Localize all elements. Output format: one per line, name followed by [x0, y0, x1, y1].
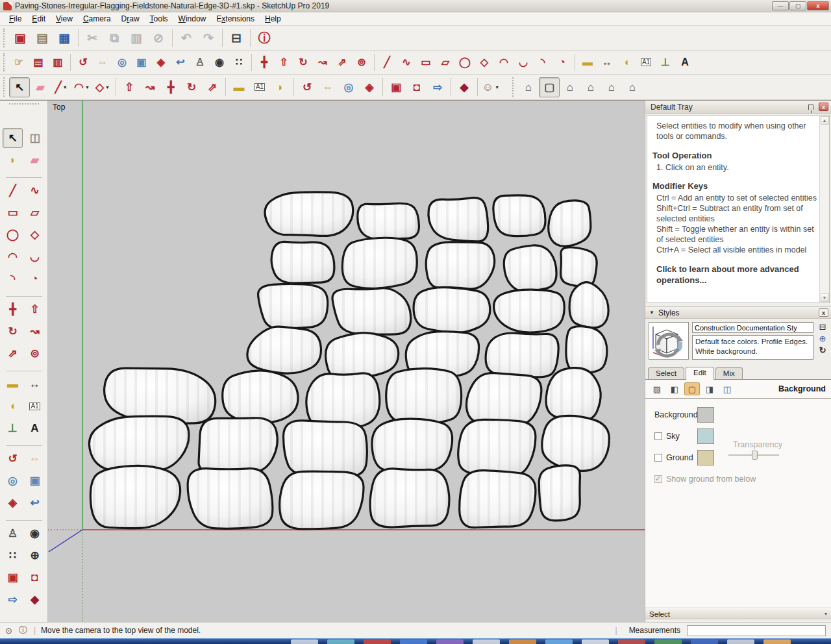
- zoom-previous-button[interactable]: ↩: [171, 53, 190, 72]
- section-plane-button[interactable]: ⊕: [25, 545, 45, 565]
- component-options-button[interactable]: ▤: [29, 53, 48, 72]
- show-ground-checkbox[interactable]: [654, 475, 662, 483]
- rotate-button[interactable]: ↻: [181, 77, 202, 97]
- menu-view[interactable]: View: [51, 13, 78, 25]
- zoom-extents-button[interactable]: ◈: [3, 493, 23, 513]
- background-color-swatch[interactable]: [697, 407, 714, 423]
- follow-me-button[interactable]: ↝: [140, 77, 160, 97]
- menu-window[interactable]: Window: [173, 13, 212, 25]
- new-button[interactable]: ▣: [9, 28, 31, 49]
- scale-button[interactable]: ⇗: [3, 343, 23, 364]
- line-button[interactable]: ╱: [377, 53, 397, 72]
- 3d-text-button[interactable]: A: [675, 53, 695, 72]
- paste-button[interactable]: ▥: [125, 28, 147, 49]
- ground-checkbox[interactable]: [654, 454, 662, 462]
- maximize-button[interactable]: ▢: [789, 1, 806, 10]
- line-button[interactable]: ╱▼: [51, 77, 71, 97]
- rotate-button[interactable]: ↻: [293, 53, 313, 72]
- menu-draw[interactable]: Draw: [116, 13, 145, 25]
- menu-camera[interactable]: Camera: [78, 13, 116, 25]
- toolbar-drag-handle[interactable]: [3, 77, 7, 97]
- rotated-rectangle-button[interactable]: ▱: [25, 203, 45, 223]
- move-button[interactable]: ╋: [160, 77, 181, 97]
- protractor-button[interactable]: ◖: [617, 53, 636, 72]
- ground-color-swatch[interactable]: [697, 450, 714, 465]
- taskbar-app-icon[interactable]: [436, 639, 464, 644]
- extension-manager-button[interactable]: ◆: [454, 77, 475, 97]
- account-dropdown-icon[interactable]: ▼: [495, 85, 499, 90]
- freehand-button[interactable]: ∿: [397, 53, 416, 72]
- zoom-button[interactable]: ◎: [112, 53, 132, 72]
- arc-button[interactable]: ◠: [494, 53, 514, 72]
- push-pull-button[interactable]: ⇧: [274, 53, 293, 72]
- toolbar-drag-handle[interactable]: [3, 53, 7, 71]
- cut-button[interactable]: ✂: [81, 28, 103, 49]
- 3d-warehouse-button[interactable]: ▣: [386, 77, 406, 97]
- two-point-arc-button[interactable]: ◡: [25, 247, 45, 267]
- 3d-warehouse-button[interactable]: ▣: [3, 567, 23, 588]
- text-button[interactable]: A1: [636, 53, 656, 72]
- pin-icon[interactable]: [808, 105, 813, 110]
- taskbar-app-icon[interactable]: [327, 639, 354, 644]
- tab-mix[interactable]: Mix: [715, 367, 743, 379]
- pan-button[interactable]: ⇔: [25, 449, 45, 469]
- axes-button[interactable]: ⊥: [656, 53, 675, 72]
- redo-button[interactable]: ↷: [197, 28, 219, 49]
- taskbar-app-icon[interactable]: [582, 639, 609, 644]
- style-name-input[interactable]: [692, 322, 813, 333]
- model-info-button[interactable]: ⓘ: [253, 28, 275, 49]
- taskbar-app-icon[interactable]: [400, 639, 427, 644]
- pan-button[interactable]: ⇔: [93, 53, 112, 72]
- view-back-button[interactable]: ⌂: [601, 77, 622, 97]
- taskbar-app-icon[interactable]: [291, 639, 318, 644]
- tray-close-button[interactable]: x: [819, 103, 828, 111]
- zoom-window-button[interactable]: ▣: [25, 471, 45, 491]
- menu-extensions[interactable]: Extensions: [211, 13, 260, 25]
- offset-button[interactable]: ⊚: [25, 343, 45, 364]
- polygon-button[interactable]: ◇: [25, 225, 45, 245]
- follow-me-button[interactable]: ↝: [25, 321, 45, 341]
- styles-panel-header[interactable]: ▼ Styles x: [645, 306, 831, 319]
- tab-edit[interactable]: Edit: [686, 367, 714, 380]
- scale-button[interactable]: ⇗: [332, 53, 352, 72]
- edge-settings-button[interactable]: ▨: [649, 382, 665, 395]
- scale-button[interactable]: ⇗: [202, 77, 223, 97]
- sky-color-swatch[interactable]: [697, 428, 714, 444]
- taskbar-app-icon[interactable]: [364, 639, 391, 644]
- view-top-button[interactable]: ▢: [539, 77, 560, 97]
- interact-button[interactable]: ☞: [9, 53, 29, 72]
- close-button[interactable]: x: [807, 1, 829, 10]
- rotate-button[interactable]: ↻: [3, 321, 23, 341]
- taskbar-app-icon[interactable]: [618, 639, 645, 644]
- taskbar-app-icon[interactable]: [509, 639, 536, 644]
- toolbar-drag-handle[interactable]: [512, 77, 516, 97]
- taskbar-app-icon[interactable]: [727, 639, 754, 644]
- eraser-button[interactable]: ▰: [25, 150, 45, 170]
- styles-close-button[interactable]: x: [819, 308, 828, 317]
- taskbar-app-icon[interactable]: [654, 639, 682, 644]
- three-point-arc-button[interactable]: ◝: [533, 53, 552, 72]
- menu-tools[interactable]: Tools: [145, 13, 173, 25]
- offset-button[interactable]: ⊚: [352, 53, 371, 72]
- protractor-button[interactable]: ◖: [3, 396, 23, 416]
- walk-button[interactable]: ∷: [229, 53, 249, 72]
- eraser-button[interactable]: ▰: [30, 77, 51, 97]
- axes-button[interactable]: ⊥: [3, 418, 23, 438]
- zoom-previous-button[interactable]: ↩: [25, 493, 45, 513]
- credits-info-icon[interactable]: ⓘ: [19, 625, 27, 636]
- save-button[interactable]: ▦: [53, 28, 75, 49]
- view-right-button[interactable]: ⌂: [580, 77, 601, 97]
- open-button[interactable]: ▤: [31, 28, 53, 49]
- look-around-button[interactable]: ◉: [210, 53, 229, 72]
- slider-handle[interactable]: [752, 451, 758, 460]
- send-to-layout-button[interactable]: ⇨: [427, 77, 448, 97]
- learn-more-link[interactable]: Click to learn about more advanced opera…: [656, 264, 817, 286]
- extension-warehouse-button[interactable]: ◘: [25, 567, 45, 588]
- pie-button[interactable]: ◔: [552, 53, 572, 72]
- orbit-button[interactable]: ↺: [297, 77, 317, 97]
- tape-measure-button[interactable]: ▬: [3, 374, 23, 394]
- paint-bucket-button[interactable]: ◗: [270, 77, 291, 97]
- sky-checkbox[interactable]: [654, 432, 662, 440]
- orbit-button[interactable]: ↺: [73, 53, 93, 72]
- update-style-icon[interactable]: ↻: [819, 346, 826, 354]
